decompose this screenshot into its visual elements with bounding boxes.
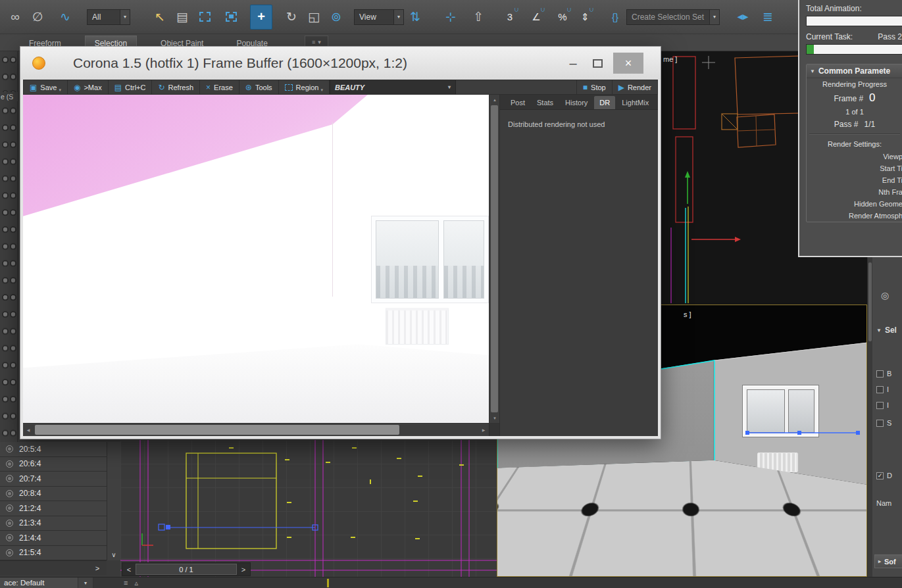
checkbox[interactable]	[876, 386, 884, 393]
mirror-icon[interactable]: ◀▶	[729, 5, 757, 30]
select-and-move-icon[interactable]: +	[250, 5, 272, 30]
rectangular-selection-region-icon[interactable]	[193, 5, 216, 30]
pin-icon[interactable]: ◎	[881, 290, 889, 301]
track-list-horizontal-scrollbar[interactable]: >	[0, 560, 107, 575]
select-object-icon[interactable]: ↖	[149, 5, 171, 30]
render-vertical-scrollbar[interactable]: ▲ ▼	[489, 95, 499, 423]
option-checkbox-row[interactable]: I	[876, 385, 889, 393]
tab-history[interactable]: History	[560, 96, 593, 109]
bottom-wireframe-viewport[interactable]	[120, 439, 497, 577]
select-and-manipulate-icon[interactable]: ⊹	[439, 5, 462, 30]
workspace-dropdown-button[interactable]: ▾	[78, 577, 93, 588]
checkbox[interactable]	[876, 402, 884, 409]
rollout-header[interactable]: ▼ Common Paramete	[807, 64, 902, 78]
tab-stats[interactable]: Stats	[532, 96, 559, 109]
snap-toggle-3d-icon[interactable]: 3∩	[499, 5, 521, 30]
list-item[interactable]: 21:3:4	[0, 516, 107, 531]
key-toggle-icon[interactable]	[6, 520, 13, 527]
select-and-link-icon[interactable]: ∞	[4, 5, 26, 30]
option-checkbox-row-checked[interactable]: ✓D	[876, 472, 892, 479]
render-horizontal-scrollbar[interactable]: ◀ ▶	[23, 423, 499, 436]
list-item[interactable]: 21:5:4	[0, 546, 107, 561]
window-titlebar[interactable]: Corona 1.5 (hotfix 1) Frame Buffer (1600…	[20, 47, 661, 80]
selection-filter-dropdown[interactable]: All▾	[87, 9, 130, 25]
key-toggle-icon[interactable]	[6, 445, 13, 453]
option-checkbox-row[interactable]: I	[876, 401, 889, 409]
checkbox-checked[interactable]: ✓	[876, 472, 884, 479]
render-button[interactable]: ▶Render	[612, 80, 657, 94]
angle-snap-icon[interactable]: ∠∩	[525, 5, 547, 30]
checkbox[interactable]	[876, 420, 884, 427]
layer-manager-icon[interactable]: ≣	[757, 5, 779, 30]
reference-coordinate-dropdown[interactable]: View▾	[354, 9, 404, 25]
list-item[interactable]: 21:2:4	[0, 501, 107, 516]
list-item[interactable]: 20:7:4	[0, 472, 107, 487]
tab-lightmix[interactable]: LightMix	[616, 96, 654, 109]
render-view[interactable]	[23, 95, 489, 423]
tab-post[interactable]: Post	[505, 96, 530, 109]
bind-to-spacewarp-icon[interactable]: ∿	[54, 5, 76, 30]
select-by-name-icon[interactable]: ▤	[171, 5, 193, 30]
create-selection-set-dropdown[interactable]: Create Selection Set▾	[626, 9, 720, 25]
isolate-selection-icon[interactable]: ≡	[124, 579, 128, 587]
chevron-down-icon[interactable]: ∨	[107, 551, 120, 558]
select-and-rotate-icon[interactable]: ↻	[280, 5, 303, 30]
spinner-snap-icon[interactable]: ⇕∩	[574, 5, 596, 30]
erase-button[interactable]: ×Erase	[200, 80, 239, 94]
stop-button[interactable]: ■Stop	[576, 80, 612, 94]
scroll-thumb[interactable]	[868, 262, 872, 341]
next-frame-button[interactable]: >	[237, 563, 250, 576]
rollout-header-soft-selection[interactable]: ▸ Sof	[874, 554, 902, 568]
keyboard-override-icon[interactable]: ⇧	[467, 5, 489, 30]
option-checkbox-row[interactable]: B	[876, 370, 891, 378]
vertical-scroll-thumb[interactable]	[491, 105, 498, 412]
workspace-selector[interactable]: ace: Default	[0, 577, 78, 588]
option-checkbox-row[interactable]: S	[876, 419, 891, 427]
key-toggle-icon[interactable]	[6, 490, 13, 497]
list-item[interactable]: 20:8:4	[0, 487, 107, 502]
use-pivot-center-icon[interactable]: ⇅	[404, 5, 426, 30]
list-item[interactable]: 21:4:4	[0, 531, 107, 546]
time-slider[interactable]: < 0 / 1 >	[122, 562, 251, 576]
channel-dropdown[interactable]: BEAUTY▾	[330, 80, 456, 94]
key-toggle-icon[interactable]	[6, 460, 13, 468]
scroll-right-button[interactable]: >	[92, 563, 103, 574]
minimize-button[interactable]: –	[564, 54, 582, 72]
save-button[interactable]: ▣Save▾	[24, 80, 68, 94]
list-item[interactable]: 20:5:4	[0, 442, 107, 457]
copy-button[interactable]: ▤Ctrl+C	[109, 80, 153, 94]
close-button[interactable]: ×	[613, 53, 643, 74]
send-to-max-button[interactable]: ◉>Max	[68, 80, 109, 94]
rollout-header-selection[interactable]: ▼ Sel	[876, 326, 897, 335]
command-panel-scrollbar[interactable]	[868, 257, 872, 577]
track-list-scrollbar[interactable]: ∨	[107, 442, 120, 560]
select-and-scale-icon[interactable]: ◱	[303, 5, 325, 30]
window-crossing-icon[interactable]	[220, 5, 242, 30]
key-toggle-icon[interactable]	[6, 475, 13, 482]
previous-frame-button[interactable]: <	[122, 563, 136, 576]
key-toggle-icon[interactable]	[6, 534, 13, 541]
time-slider-handle[interactable]: 0 / 1	[136, 564, 237, 575]
horizontal-scroll-track[interactable]	[34, 424, 478, 436]
region-button[interactable]: Region▾	[279, 80, 330, 94]
tab-dr[interactable]: DR	[594, 96, 615, 109]
selection-lock-icon[interactable]: ▵	[134, 579, 138, 587]
maximize-button[interactable]	[593, 59, 603, 68]
tools-button[interactable]: ⊛Tools	[239, 80, 279, 94]
edit-named-selection-sets-icon[interactable]: {}	[604, 5, 626, 30]
key-toggle-icon[interactable]	[6, 549, 13, 556]
scroll-down-icon[interactable]: ▼	[489, 413, 500, 423]
percent-snap-icon[interactable]: %∩	[551, 5, 574, 30]
select-and-place-icon[interactable]: ⊚	[325, 5, 347, 30]
list-item[interactable]: 20:6:4	[0, 457, 107, 472]
scene-explorer-strip[interactable]	[0, 51, 18, 442]
checkbox[interactable]	[876, 370, 884, 378]
unlink-selection-icon[interactable]: ∅	[26, 5, 49, 30]
progress-fill	[807, 45, 814, 54]
scroll-right-icon[interactable]: ▶	[478, 424, 489, 436]
horizontal-scroll-thumb[interactable]	[35, 425, 399, 435]
refresh-button[interactable]: ↻Refresh	[152, 80, 200, 94]
key-toggle-icon[interactable]	[6, 504, 13, 512]
scroll-left-icon[interactable]: ◀	[23, 424, 34, 436]
scroll-up-icon[interactable]: ▲	[489, 95, 500, 105]
